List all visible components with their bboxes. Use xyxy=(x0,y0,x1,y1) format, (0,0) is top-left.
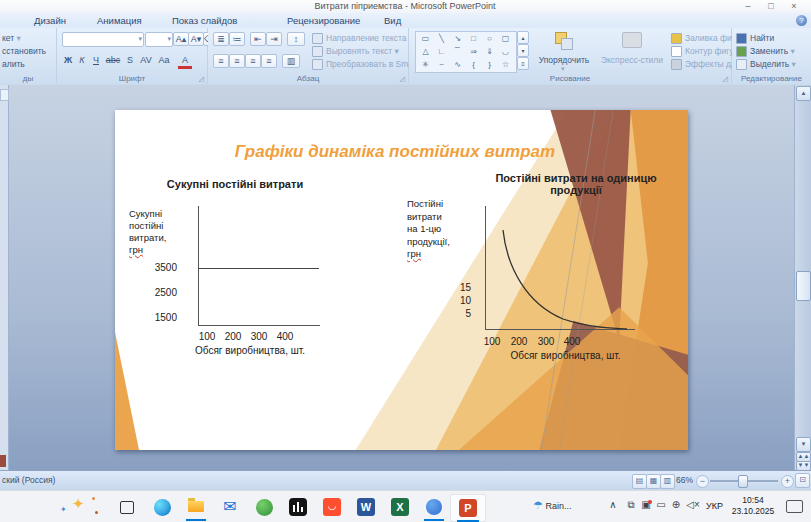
file-explorer-icon[interactable] xyxy=(182,494,210,520)
shape-line-icon[interactable]: ╲ xyxy=(433,32,450,46)
tab-design[interactable]: Дизайн xyxy=(30,14,70,27)
language-status[interactable]: ский (Россия) xyxy=(2,475,55,485)
minimize-icon[interactable]: – xyxy=(737,0,759,12)
quick-styles-button[interactable]: Экспресс-стили xyxy=(597,30,667,74)
zoom-in-icon[interactable]: + xyxy=(781,475,794,488)
font-name-combo[interactable]: ▾ xyxy=(62,32,144,47)
font-dialog-launcher-icon[interactable]: ◿ xyxy=(199,75,204,83)
arrange-button[interactable]: Упорядочить ▾ xyxy=(533,30,595,74)
drawing-dialog-launcher-icon[interactable]: ◿ xyxy=(723,75,728,83)
italic-button[interactable]: К xyxy=(76,54,88,66)
shape-star-icon[interactable]: ☆ xyxy=(497,58,514,72)
bold-button[interactable]: Ж xyxy=(62,54,74,66)
shapes-more-icon[interactable]: ≡ xyxy=(517,57,529,70)
strikethrough-button[interactable]: abc xyxy=(104,54,122,66)
layout-button[interactable]: кет ▾ xyxy=(2,32,21,44)
maximize-icon[interactable]: □ xyxy=(760,0,782,12)
normal-view-icon[interactable]: ▤ xyxy=(632,474,647,489)
shadow-button[interactable]: S xyxy=(124,54,136,66)
tray-battery-icon[interactable]: ▭ xyxy=(654,499,668,510)
zoom-level[interactable]: 66% xyxy=(676,475,693,485)
green-app-icon[interactable] xyxy=(250,494,278,520)
slides-pane-strip[interactable] xyxy=(0,85,9,470)
shape-freeform-icon[interactable]: ✳ xyxy=(417,58,434,72)
shape-curve-icon[interactable]: ~ xyxy=(433,58,450,72)
shape-rect-icon[interactable]: □ xyxy=(465,32,482,46)
edge-icon[interactable] xyxy=(148,494,176,520)
tab-view[interactable]: Вид xyxy=(380,14,405,27)
left-chart[interactable]: Сукупні постійні витрати Сукупні постійн… xyxy=(115,170,395,360)
zoom-out-icon[interactable]: − xyxy=(696,475,709,488)
mail-icon[interactable]: ✉ xyxy=(216,494,244,520)
audio-app-icon[interactable] xyxy=(284,494,312,520)
word-icon[interactable]: W xyxy=(352,494,380,520)
tray-network-icon[interactable]: ⊕ xyxy=(669,499,683,510)
delete-button[interactable]: алить xyxy=(2,58,25,70)
task-view-icon[interactable] xyxy=(113,494,141,520)
select-button[interactable]: Выделить ▾ xyxy=(736,58,796,70)
shopping-app-icon[interactable]: ◡ xyxy=(318,494,346,520)
shield-app-icon[interactable] xyxy=(420,494,448,520)
vertical-scrollbar[interactable]: ▲ ▼ ▲▲ ▼▼ xyxy=(794,85,811,470)
shape-arc-icon[interactable]: ⌒ xyxy=(449,45,466,59)
slide-title[interactable]: Графіки динаміка постійних витрат xyxy=(195,142,595,162)
right-chart[interactable]: Постійні витрати на одиницю продукції По… xyxy=(395,170,685,365)
shape-elbow-icon[interactable]: ∟ xyxy=(433,45,450,59)
slide-sorter-view-icon[interactable]: ▦ xyxy=(646,474,661,489)
shape-arrow-icon[interactable]: ↘ xyxy=(449,32,466,46)
underline-button[interactable]: Ч xyxy=(90,54,102,66)
bullets-icon[interactable]: ≣ xyxy=(213,32,229,46)
shape-triangle-icon[interactable]: △ xyxy=(417,45,434,59)
replace-button[interactable]: Заменить ▾ xyxy=(736,45,795,57)
columns-icon[interactable]: ▥ xyxy=(282,54,300,68)
zoom-slider-thumb[interactable] xyxy=(738,475,748,488)
decrease-indent-icon[interactable]: ⇤ xyxy=(250,32,266,46)
scroll-down-icon[interactable]: ▼ xyxy=(796,437,811,452)
shape-cloud-icon[interactable]: ◡ xyxy=(497,45,514,59)
excel-icon[interactable]: X xyxy=(386,494,414,520)
align-right-icon[interactable]: ≡ xyxy=(245,54,261,68)
align-center-icon[interactable]: ≡ xyxy=(229,54,245,68)
powerpoint-icon[interactable]: P xyxy=(450,494,486,522)
shapes-scroll-up-icon[interactable]: ▴ xyxy=(517,31,529,44)
tray-expand-icon[interactable]: ∧ xyxy=(606,499,620,510)
increase-indent-icon[interactable]: ⇥ xyxy=(266,32,282,46)
shape-right-arrow-icon[interactable]: ⇒ xyxy=(465,45,482,59)
fit-to-window-icon[interactable]: ⊡ xyxy=(795,473,810,488)
tray-display-icon[interactable]: ⧉ xyxy=(624,499,638,511)
numbering-icon[interactable]: ≔ xyxy=(229,32,245,46)
text-direction-button[interactable]: Направление текста ▾ xyxy=(312,32,413,44)
shape-textbox-icon[interactable]: ▭ xyxy=(417,32,434,46)
tab-animation[interactable]: Анимация xyxy=(93,14,146,27)
notification-center-icon[interactable] xyxy=(786,500,803,513)
reset-button[interactable]: сстановить xyxy=(2,45,46,57)
shape-oval-icon[interactable]: ○ xyxy=(481,32,498,46)
shapes-scroll-down-icon[interactable]: ▾ xyxy=(517,44,529,57)
tab-review[interactable]: Рецензирование xyxy=(283,14,364,27)
tray-volume-muted-icon[interactable]: ◁× xyxy=(684,499,702,510)
grow-font-button[interactable]: А▴ xyxy=(173,32,189,46)
weather-tray-item[interactable]: ☂ Rain... xyxy=(533,499,605,512)
justify-icon[interactable]: ≡ xyxy=(261,54,277,68)
slideshow-view-icon[interactable]: ▥ xyxy=(660,474,675,489)
paragraph-dialog-launcher-icon[interactable]: ◿ xyxy=(400,75,405,83)
char-spacing-button[interactable]: AV xyxy=(138,54,154,66)
slide-canvas[interactable]: Графіки динаміка постійних витрат Сукупн… xyxy=(115,110,688,450)
align-left-icon[interactable]: ≡ xyxy=(213,54,229,68)
tab-slideshow[interactable]: Показ слайдов xyxy=(168,14,241,27)
shape-down-arrow-icon[interactable]: ⇓ xyxy=(481,45,498,59)
shape-scribble-icon[interactable]: ∿ xyxy=(449,58,466,72)
line-spacing-icon[interactable]: ↕ xyxy=(287,32,305,46)
font-color-button[interactable]: А xyxy=(178,54,192,69)
close-icon[interactable]: × xyxy=(783,0,805,12)
clock[interactable]: 10:54 23.10.2025 xyxy=(731,495,775,517)
shape-brace-right-icon[interactable]: } xyxy=(481,58,498,72)
scroll-up-icon[interactable]: ▲ xyxy=(796,86,811,101)
shape-brace-left-icon[interactable]: { xyxy=(465,58,482,72)
font-size-combo[interactable]: ▾ xyxy=(145,32,173,47)
shape-rounded-rect-icon[interactable]: ▢ xyxy=(497,32,514,46)
align-text-button[interactable]: Выровнять текст ▾ xyxy=(312,45,399,57)
find-button[interactable]: Найти xyxy=(736,32,774,44)
scrollbar-thumb[interactable] xyxy=(796,271,811,301)
change-case-button[interactable]: Aa xyxy=(156,54,172,66)
